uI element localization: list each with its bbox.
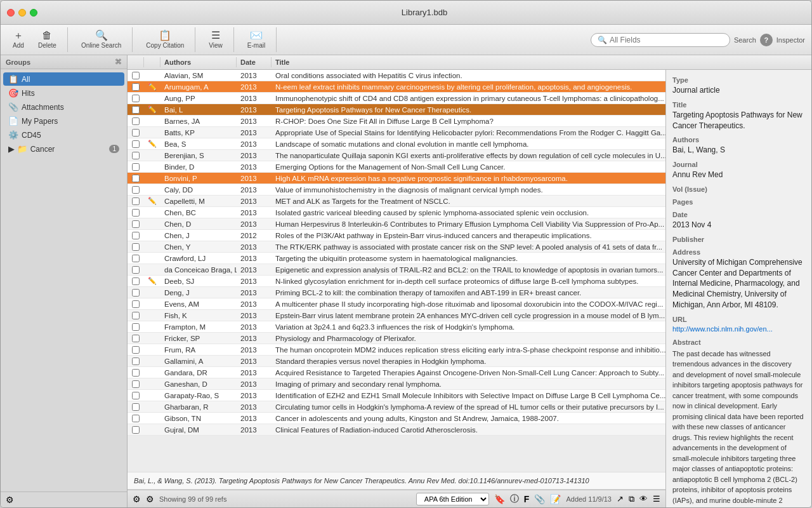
copy-icon[interactable]: ⧉ bbox=[629, 494, 634, 504]
table-row[interactable]: ✏️ Bai, L 2013 Targeting Apoptosis Pathw… bbox=[128, 104, 665, 116]
delete-button[interactable]: 🗑 Delete bbox=[32, 27, 62, 52]
table-row[interactable]: Crawford, LJ 2013 Targeting the ubiquiti… bbox=[128, 253, 665, 264]
sidebar-item-cd45[interactable]: ⚙️ CD45 bbox=[3, 128, 124, 142]
search-field-container[interactable]: 🔍 bbox=[591, 33, 730, 47]
row-checkbox[interactable] bbox=[132, 335, 140, 342]
row-checkbox-cell[interactable] bbox=[128, 333, 144, 344]
row-checkbox-cell[interactable] bbox=[128, 253, 144, 264]
row-checkbox-cell[interactable] bbox=[128, 184, 144, 195]
table-row[interactable]: Gujral, DM 2013 Clinical Features of Rad… bbox=[128, 424, 665, 436]
row-checkbox[interactable] bbox=[132, 220, 140, 228]
row-checkbox-cell[interactable] bbox=[128, 230, 144, 241]
table-row[interactable]: Ganeshan, D 2013 Imaging of primary and … bbox=[128, 378, 665, 390]
row-checkbox-cell[interactable] bbox=[128, 218, 144, 229]
row-checkbox[interactable] bbox=[132, 243, 140, 251]
row-checkbox[interactable] bbox=[132, 197, 140, 205]
row-checkbox-cell[interactable] bbox=[128, 264, 144, 275]
row-checkbox-cell[interactable] bbox=[128, 276, 144, 286]
table-row[interactable]: ✏️ Deeb, SJ 2013 N-linked glycosylation … bbox=[128, 276, 665, 287]
row-checkbox-cell[interactable] bbox=[128, 241, 144, 252]
view-button[interactable]: ☰ View bbox=[203, 27, 228, 52]
table-row[interactable]: Chen, J 2012 Roles of the PI3K/Akt pathw… bbox=[128, 230, 665, 241]
row-checkbox[interactable] bbox=[132, 346, 140, 354]
sidebar-item-attachments[interactable]: 📎 Attachments bbox=[3, 100, 124, 114]
table-row[interactable]: Frampton, M 2013 Variation at 3p24.1 and… bbox=[128, 321, 665, 333]
sidebar-item-all[interactable]: 📋 All bbox=[3, 72, 124, 86]
table-row[interactable]: Fish, K 2013 Epstein-Barr virus latent m… bbox=[128, 310, 665, 321]
row-checkbox-cell[interactable] bbox=[128, 413, 144, 424]
minimize-button[interactable] bbox=[18, 9, 26, 17]
row-checkbox[interactable] bbox=[132, 255, 140, 262]
row-checkbox-cell[interactable] bbox=[128, 401, 144, 412]
row-checkbox-cell[interactable] bbox=[128, 367, 144, 378]
table-row[interactable]: Alavian, SM 2013 Oral conditions associa… bbox=[128, 70, 665, 81]
table-row[interactable]: Garapaty-Rao, S 2013 Identification of E… bbox=[128, 390, 665, 401]
sidebar-item-cancer[interactable]: ▶ 📁 Cancer 1 bbox=[3, 142, 124, 156]
bottom-gear-icon2[interactable]: ⚙ bbox=[146, 494, 154, 504]
th-date[interactable]: Date bbox=[237, 57, 272, 67]
row-checkbox[interactable] bbox=[132, 72, 140, 79]
font-icon[interactable]: F bbox=[524, 494, 530, 504]
row-checkbox-cell[interactable] bbox=[128, 104, 144, 115]
export-icon[interactable]: ↗ bbox=[617, 494, 624, 504]
eye-icon[interactable]: 👁 bbox=[639, 494, 648, 504]
sidebar-item-hits[interactable]: 🎯 Hits bbox=[3, 86, 124, 100]
online-search-button[interactable]: 🔍 Online Search bbox=[75, 27, 127, 52]
table-row[interactable]: Gallamini, A 2013 Standard therapies ver… bbox=[128, 356, 665, 367]
row-checkbox-cell[interactable] bbox=[128, 390, 144, 401]
row-checkbox[interactable] bbox=[132, 426, 140, 434]
table-row[interactable]: Gandara, DR 2013 Acquired Resistance to … bbox=[128, 367, 665, 378]
window-controls[interactable] bbox=[7, 9, 37, 17]
row-checkbox[interactable] bbox=[132, 186, 140, 194]
row-checkbox[interactable] bbox=[132, 392, 140, 399]
row-checkbox[interactable] bbox=[132, 117, 140, 125]
row-checkbox[interactable] bbox=[132, 106, 140, 114]
row-checkbox[interactable] bbox=[132, 289, 140, 297]
table-row[interactable]: Berenjian, S 2013 The nanoparticulate Qu… bbox=[128, 150, 665, 161]
row-checkbox[interactable] bbox=[132, 369, 140, 377]
maximize-button[interactable] bbox=[30, 9, 37, 17]
table-row[interactable]: Chen, BC 2013 Isolated gastric variceal … bbox=[128, 207, 665, 218]
th-authors[interactable]: Authors bbox=[160, 57, 237, 67]
row-checkbox-cell[interactable] bbox=[128, 356, 144, 366]
bottom-gear-icon[interactable]: ⚙ bbox=[133, 494, 141, 504]
table-row[interactable]: Binder, D 2013 Emerging Options for the … bbox=[128, 161, 665, 173]
row-checkbox[interactable] bbox=[132, 163, 140, 171]
email-button[interactable]: ✉️ E-mail bbox=[242, 27, 271, 52]
row-checkbox-cell[interactable] bbox=[128, 207, 144, 218]
bookmark-icon[interactable]: 🔖 bbox=[494, 494, 505, 504]
row-checkbox[interactable] bbox=[132, 323, 140, 331]
row-checkbox-cell[interactable] bbox=[128, 344, 144, 355]
row-checkbox-cell[interactable] bbox=[128, 310, 144, 321]
table-row[interactable]: Aung, PP 2013 Immunophenotypic shift of … bbox=[128, 93, 665, 104]
row-checkbox[interactable] bbox=[132, 129, 140, 137]
table-row[interactable]: Frum, RA 2013 The human oncoprotein MDM2… bbox=[128, 344, 665, 356]
row-checkbox-cell[interactable] bbox=[128, 93, 144, 104]
row-checkbox-cell[interactable] bbox=[128, 173, 144, 184]
row-checkbox[interactable] bbox=[132, 380, 140, 388]
search-input[interactable] bbox=[610, 36, 717, 44]
row-checkbox[interactable] bbox=[132, 175, 140, 182]
table-row[interactable]: ✏️ Capelletti, M 2013 MET and ALK as Tar… bbox=[128, 196, 665, 207]
th-title[interactable]: Title bbox=[272, 57, 811, 67]
row-checkbox-cell[interactable] bbox=[128, 150, 144, 161]
row-checkbox[interactable] bbox=[132, 152, 140, 159]
row-checkbox[interactable] bbox=[132, 312, 140, 319]
row-checkbox-cell[interactable] bbox=[128, 298, 144, 309]
table-row[interactable]: da Conceicao Braga, L 2013 Epigenetic an… bbox=[128, 264, 665, 276]
row-checkbox-cell[interactable] bbox=[128, 81, 144, 92]
close-button[interactable] bbox=[7, 9, 15, 17]
table-row[interactable]: ✏️ Arumugam, A 2013 N-eem leaf extract i… bbox=[128, 81, 665, 93]
row-checkbox-cell[interactable] bbox=[128, 424, 144, 435]
row-checkbox[interactable] bbox=[132, 403, 140, 411]
table-row[interactable]: Batts, KP 2013 Appropriate Use of Specia… bbox=[128, 127, 665, 138]
info-icon[interactable]: ⓘ bbox=[510, 493, 519, 505]
inspector-url-link[interactable]: http://www.ncbi.nlm.nih.gov/en... bbox=[672, 325, 773, 333]
sidebar-item-mypapers[interactable]: 📄 My Papers bbox=[3, 114, 124, 128]
row-checkbox-cell[interactable] bbox=[128, 116, 144, 126]
table-row[interactable]: Deng, J 2013 Priming BCL-2 to kill: the … bbox=[128, 287, 665, 298]
row-checkbox-cell[interactable] bbox=[128, 161, 144, 172]
row-checkbox[interactable] bbox=[132, 232, 140, 239]
row-checkbox-cell[interactable] bbox=[128, 321, 144, 332]
table-row[interactable]: Gharbaran, R 2013 Circulating tumor cell… bbox=[128, 401, 665, 413]
